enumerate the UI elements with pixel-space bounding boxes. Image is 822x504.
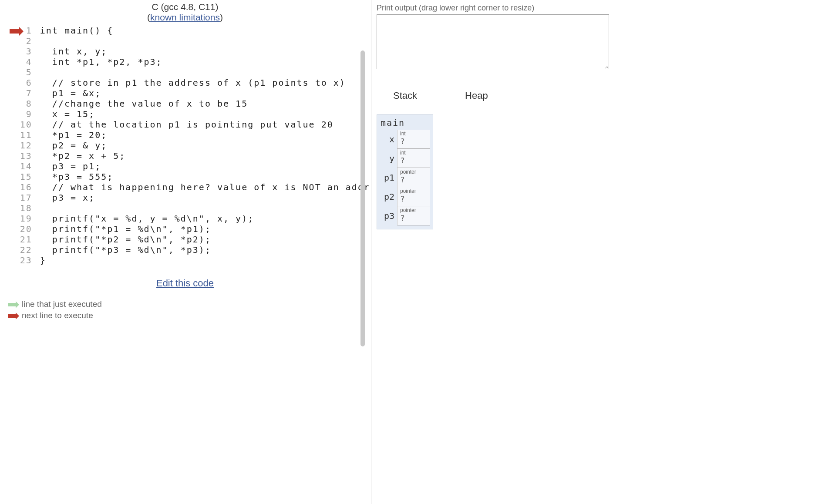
code-row: 11 *p1 = 20; <box>8 130 370 140</box>
gutter-arrow-cell <box>8 234 20 245</box>
gutter-arrow-cell <box>8 98 20 109</box>
gutter-arrow-cell <box>8 140 20 151</box>
language-label: C (gcc 4.8, C11) <box>0 2 370 12</box>
edit-code-link[interactable]: Edit this code <box>156 278 214 289</box>
code-row: 13 *p2 = x + 5; <box>8 151 370 161</box>
code-line: p3 = x; <box>40 192 370 203</box>
line-number: 17 <box>20 192 40 203</box>
gutter-arrow-cell <box>8 57 20 67</box>
gutter-arrow-cell <box>8 224 20 234</box>
output-box[interactable] <box>377 14 609 69</box>
gutter-arrow-cell <box>8 130 20 140</box>
line-number: 22 <box>20 245 40 255</box>
visualization-pane: Print output (drag lower right corner to… <box>371 0 822 504</box>
code-row: 5 <box>8 67 370 77</box>
gutter-arrow-cell <box>8 119 20 130</box>
line-number: 11 <box>20 130 40 140</box>
variable-value: ? <box>400 156 428 165</box>
variable-row: p2pointer? <box>377 187 433 206</box>
code-editor: 1int main() {23 int x, y;4 int *p1, *p2,… <box>8 25 370 265</box>
arrow-executed-icon <box>8 303 16 306</box>
code-row: 14 p3 = p1; <box>8 161 370 171</box>
variable-value: ? <box>400 194 428 203</box>
code-row: 22 printf("*p3 = %d\n", *p3); <box>8 245 370 255</box>
heap-header: Heap <box>465 90 488 101</box>
line-number: 19 <box>20 213 40 224</box>
line-number: 3 <box>20 46 40 57</box>
line-number: 20 <box>20 224 40 234</box>
code-line: printf("*p1 = %d\n", *p1); <box>40 224 370 234</box>
gutter-arrow-cell <box>8 36 20 46</box>
variable-value: ? <box>400 137 428 146</box>
code-line: printf("*p3 = %d\n", *p3); <box>40 245 370 255</box>
code-row: 10 // at the location p1 is pointing put… <box>8 119 370 130</box>
gutter-arrow-cell <box>8 171 20 182</box>
code-line <box>40 67 370 77</box>
code-row: 23} <box>8 255 370 265</box>
line-number: 16 <box>20 182 40 192</box>
stack-frame-main: main xint?yint?p1pointer?p2pointer?p3poi… <box>377 114 433 229</box>
code-row: 21 printf("*p2 = %d\n", *p2); <box>8 234 370 245</box>
gutter-arrow-cell <box>8 203 20 213</box>
variable-type: int <box>400 131 428 137</box>
variable-name: p2 <box>377 187 397 206</box>
variable-type: pointer <box>400 169 428 175</box>
variable-value: ? <box>400 175 428 184</box>
gutter-arrow-cell <box>8 67 20 77</box>
variable-box: pointer? <box>397 168 430 187</box>
line-number: 8 <box>20 98 40 109</box>
variable-type: pointer <box>400 188 428 194</box>
variable-type: int <box>400 150 428 156</box>
code-line: p3 = p1; <box>40 161 370 171</box>
legend: line that just executed next line to exe… <box>8 299 370 322</box>
gutter-arrow-cell <box>8 161 20 171</box>
gutter-arrow-cell <box>8 245 20 255</box>
legend-next-label: next line to execute <box>22 311 93 320</box>
variable-row: xint? <box>377 130 433 149</box>
variable-box: pointer? <box>397 206 430 225</box>
code-line: *p3 = 555; <box>40 171 370 182</box>
gutter-arrow-cell <box>8 213 20 224</box>
code-line <box>40 36 370 46</box>
code-row: 2 <box>8 36 370 46</box>
line-number: 6 <box>20 77 40 88</box>
code-row: 4 int *p1, *p2, *p3; <box>8 57 370 67</box>
code-line: // store in p1 the address of x (p1 poin… <box>40 77 370 88</box>
code-line: p1 = &x; <box>40 88 370 98</box>
gutter-arrow-cell <box>8 77 20 88</box>
variable-row: p1pointer? <box>377 168 433 187</box>
code-row: 8 //change the value of x to be 15 <box>8 98 370 109</box>
code-line: // what is happening here? value of x is… <box>40 182 370 192</box>
line-number: 13 <box>20 151 40 161</box>
code-line: int x, y; <box>40 46 370 57</box>
code-row: 3 int x, y; <box>8 46 370 57</box>
code-line: int *p1, *p2, *p3; <box>40 57 370 67</box>
gutter-arrow-cell <box>8 25 20 36</box>
code-row: 18 <box>8 203 370 213</box>
code-header: C (gcc 4.8, C11) (known limitations) <box>0 0 370 23</box>
frame-title: main <box>377 115 433 130</box>
code-row: 6 // store in p1 the address of x (p1 po… <box>8 77 370 88</box>
line-number: 14 <box>20 161 40 171</box>
variable-row: yint? <box>377 149 433 168</box>
line-number: 5 <box>20 67 40 77</box>
code-row: 20 printf("*p1 = %d\n", *p1); <box>8 224 370 234</box>
code-line: p2 = & y; <box>40 140 370 151</box>
variable-value: ? <box>400 213 428 222</box>
variable-name: y <box>377 149 397 168</box>
code-row: 19 printf("x = %d, y = %d\n", x, y); <box>8 213 370 224</box>
line-number: 23 <box>20 255 40 265</box>
variable-name: x <box>377 130 397 149</box>
code-line: x = 15; <box>40 109 370 119</box>
variable-box: int? <box>397 130 430 149</box>
stack-header: Stack <box>393 90 417 101</box>
gutter-arrow-cell <box>8 46 20 57</box>
known-limitations-link[interactable]: known limitations <box>150 12 220 22</box>
scrollbar[interactable] <box>360 50 365 346</box>
line-number: 10 <box>20 119 40 130</box>
code-row: 15 *p3 = 555; <box>8 171 370 182</box>
line-number: 4 <box>20 57 40 67</box>
line-number: 7 <box>20 88 40 98</box>
line-number: 15 <box>20 171 40 182</box>
code-line: } <box>40 255 370 265</box>
